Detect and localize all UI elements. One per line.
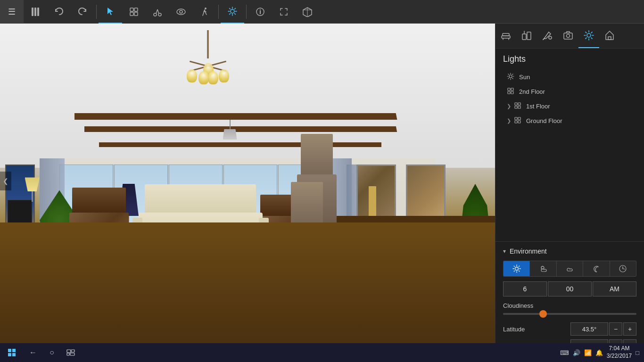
pendant-light xyxy=(223,120,237,139)
svg-line-79 xyxy=(623,269,625,269)
chandelier-bulb-2 xyxy=(219,69,229,82)
arrange-button[interactable] xyxy=(122,0,146,24)
sky-type-partly-cloudy[interactable] xyxy=(530,261,556,276)
time-minute[interactable]: 00 xyxy=(548,281,592,296)
side-panel: Lights Sun xyxy=(495,24,644,362)
sky-type-cloudy[interactable] xyxy=(557,261,583,276)
panel-paint-button[interactable] xyxy=(537,24,558,48)
info-button[interactable] xyxy=(248,0,272,24)
light-item-sun-label: Sun xyxy=(519,74,530,81)
menu-button[interactable]: ☰ xyxy=(0,0,24,24)
svg-line-75 xyxy=(514,271,514,271)
select-tool-button[interactable] xyxy=(99,0,122,24)
library-button[interactable] xyxy=(24,0,47,24)
ceiling-beam-3 xyxy=(99,142,381,147)
panel-light-button[interactable] xyxy=(578,24,599,48)
environment-header[interactable]: ▾ Environment xyxy=(503,247,636,255)
sky-type-buttons xyxy=(503,261,636,277)
expand-icon-ground-floor: ❯ xyxy=(507,118,511,124)
svg-line-54 xyxy=(508,78,509,79)
taskbar-time: 7:04 AM xyxy=(607,345,632,353)
latitude-decrease-button[interactable]: − xyxy=(609,322,622,336)
redo-button[interactable] xyxy=(71,0,94,24)
taskbar-keyboard-icon[interactable]: ⌨ xyxy=(560,349,569,356)
left-nav-arrow[interactable]: ❮ xyxy=(0,172,11,190)
svg-rect-60 xyxy=(518,103,520,105)
svg-rect-58 xyxy=(511,91,513,94)
svg-rect-0 xyxy=(32,8,33,16)
cloudiness-slider[interactable] xyxy=(503,313,636,315)
light-item-ground-floor[interactable]: ❯ Ground Floor xyxy=(503,114,636,128)
cloudiness-label: Cloudiness xyxy=(503,302,636,309)
panel-toolbar xyxy=(495,24,644,49)
time-ampm[interactable]: AM xyxy=(593,281,636,296)
light-item-2nd-floor[interactable]: 2nd Floor xyxy=(503,84,636,99)
svg-rect-55 xyxy=(508,88,510,90)
svg-point-33 xyxy=(549,36,552,39)
svg-rect-65 xyxy=(515,121,517,123)
light-item-ground-floor-label: Ground Floor xyxy=(526,117,562,124)
taskbar: ← ○ ⌨ 🔊 📶 🔔 7:04 AM 3/22/2017 □ xyxy=(0,343,644,362)
wall-lamp-arm xyxy=(32,191,33,202)
environment-chevron-icon: ▾ xyxy=(503,248,506,255)
time-display: 6 00 AM xyxy=(503,281,636,296)
svg-line-9 xyxy=(156,9,157,14)
svg-rect-85 xyxy=(67,353,69,355)
sky-type-clock[interactable] xyxy=(610,261,636,276)
cloudiness-thumb[interactable] xyxy=(539,310,547,318)
svg-line-73 xyxy=(519,271,519,271)
room-scene xyxy=(0,24,495,344)
chandelier-bulb-5 xyxy=(208,71,218,84)
svg-rect-63 xyxy=(515,117,517,120)
sky-type-clear[interactable] xyxy=(504,261,530,276)
panel-furniture-button[interactable] xyxy=(495,24,516,48)
taskbar-system-tray: ⌨ 🔊 📶 🔔 7:04 AM 3/22/2017 □ xyxy=(560,345,644,360)
svg-rect-59 xyxy=(515,103,517,105)
svg-line-41 xyxy=(586,32,586,33)
taskbar-network-icon[interactable]: 📶 xyxy=(584,349,592,356)
taskbar-notification-icon[interactable]: 🔔 xyxy=(595,349,603,356)
svg-rect-4 xyxy=(134,8,138,11)
undo-button[interactable] xyxy=(47,0,71,24)
svg-point-67 xyxy=(515,267,518,271)
sofa-back xyxy=(145,184,256,213)
light-item-1st-floor[interactable]: ❯ 1st Floor xyxy=(503,99,636,114)
svg-point-46 xyxy=(509,75,512,78)
latitude-increase-button[interactable]: + xyxy=(623,322,636,336)
svg-point-14 xyxy=(231,9,234,13)
panel-camera-button[interactable] xyxy=(558,24,578,48)
lights-title: Lights xyxy=(503,54,636,64)
3d-viewport[interactable] xyxy=(0,24,495,344)
taskbar-speaker-icon[interactable]: 🔊 xyxy=(573,349,580,356)
taskbar-back-button[interactable]: ← xyxy=(24,343,42,362)
taskbar-cortana-button[interactable]: ○ xyxy=(42,343,61,362)
panel-house-button[interactable] xyxy=(599,24,620,48)
svg-rect-6 xyxy=(134,12,138,16)
separator-1 xyxy=(96,5,97,19)
floor-light-icon-g xyxy=(514,116,521,125)
chandelier-body xyxy=(184,56,231,80)
view-button[interactable] xyxy=(169,0,193,24)
latitude-input[interactable]: 43.5° xyxy=(570,322,608,336)
cut-button[interactable] xyxy=(146,0,169,24)
time-hour[interactable]: 6 xyxy=(503,281,547,296)
sun-button[interactable] xyxy=(221,0,244,24)
light-item-1st-floor-label: 1st Floor xyxy=(526,103,550,110)
light-item-sun[interactable]: Sun xyxy=(503,70,636,84)
panel-structure-button[interactable] xyxy=(516,24,537,48)
svg-line-22 xyxy=(230,13,231,14)
fullscreen-button[interactable] xyxy=(272,0,296,24)
sky-type-night[interactable] xyxy=(583,261,610,276)
taskbar-task-view-button[interactable] xyxy=(61,343,80,362)
separator-3 xyxy=(246,5,247,19)
svg-point-36 xyxy=(587,33,591,37)
taskbar-action-center-icon[interactable]: □ xyxy=(636,349,639,356)
pendant-rod xyxy=(230,120,231,129)
svg-rect-64 xyxy=(518,117,520,120)
floor-light-icon-1 xyxy=(514,102,521,111)
walk-button[interactable] xyxy=(193,0,216,24)
svg-rect-87 xyxy=(70,353,74,355)
start-button[interactable] xyxy=(0,343,24,362)
3d-view-button[interactable] xyxy=(296,0,319,24)
svg-rect-30 xyxy=(522,34,526,40)
